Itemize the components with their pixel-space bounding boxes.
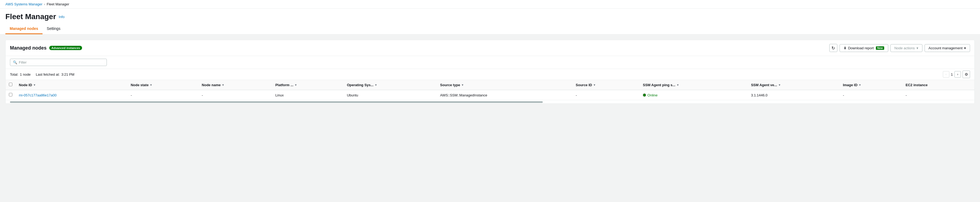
info-link[interactable]: Info [59,15,65,19]
cell-operating-sys: Ubuntu [344,90,437,100]
cell-node-id: mi-057c177aa86e17a00 [16,90,127,100]
table-row: mi-057c177aa86e17a00 - - Linux Ubuntu AW… [6,90,974,100]
col-header-node-id[interactable]: Node ID ▼ [16,80,127,90]
select-all-checkbox[interactable] [9,83,13,86]
cell-source-type: AWS::SSM::ManagedInstance [437,90,573,100]
horizontal-scrollbar[interactable] [6,101,974,103]
sort-icon-ssm-agent-ping: ▼ [676,83,679,87]
col-header-ec2-instance[interactable]: EC2 instance [902,80,974,90]
info-separator [32,72,34,77]
search-box[interactable]: 🔍 [10,59,107,66]
table-header-row: Node ID ▼ Node state ▼ Node name ▼ [6,80,974,90]
col-header-operating-sys[interactable]: Operating Sys... ▼ [344,80,437,90]
panel-title-area: Managed nodes Advanced instances [10,45,82,51]
main-content: Managed nodes Advanced instances ↻ ⬇ Dow… [0,34,980,109]
panel-header: Managed nodes Advanced instances ↻ ⬇ Dow… [6,40,974,56]
info-row: Total: 1 node Last fetched at: 3:21 PM ‹… [6,69,974,80]
search-row: 🔍 [6,56,974,69]
cell-ssm-agent-ve: 3.1.1446.0 [748,90,840,100]
search-input[interactable] [19,60,104,64]
download-report-button[interactable]: ⬇ Download report New [840,44,888,52]
sort-icon-source-id: ▼ [593,83,596,87]
sort-icon-node-id: ▼ [33,83,36,87]
select-all-header[interactable] [6,80,16,90]
account-management-caret-icon: ▾ [964,46,966,50]
cell-ssm-agent-ping: Online [640,90,748,100]
panel-title: Managed nodes [10,45,46,51]
cell-platform: Linux [272,90,344,100]
col-header-node-name[interactable]: Node name ▼ [199,80,272,90]
col-header-ssm-agent-ping[interactable]: SSM Agent ping s... ▼ [640,80,748,90]
node-id-link[interactable]: mi-057c177aa86e17a00 [19,93,57,97]
fetched-label: Last fetched at: [36,72,60,77]
node-actions-button[interactable]: Node actions ▾ [890,44,923,52]
sort-icon-platform: ▼ [294,83,297,87]
chevron-left-icon: ‹ [945,72,947,76]
row-select-cell[interactable] [6,90,16,100]
ssm-ping-status: Online [648,93,658,97]
col-header-ssm-agent-ve[interactable]: SSM Agent ve... ▼ [748,80,840,90]
cell-source-id: - [573,90,640,100]
page-header: Fleet Manager Info Managed nodes Setting… [0,9,980,34]
tab-settings[interactable]: Settings [43,24,65,34]
node-actions-caret-icon: ▾ [916,46,918,50]
table-settings-button[interactable]: ⚙ [963,71,970,78]
nodes-table: Node ID ▼ Node state ▼ Node name ▼ [6,80,974,100]
download-icon: ⬇ [843,46,846,50]
panel-actions: ↻ ⬇ Download report New Node actions ▾ A… [829,44,970,52]
cell-node-state: - [127,90,199,100]
sort-icon-operating-sys: ▼ [375,83,377,87]
page-number: 1 [951,72,953,77]
sort-icon-source-type: ▼ [461,83,464,87]
cell-ec2-instance: - [902,90,974,100]
refresh-icon: ↻ [832,45,835,51]
cell-image-id: - [840,90,902,100]
fetched-value: 3:21 PM [61,72,74,77]
breadcrumb-parent-link[interactable]: AWS Systems Manager [5,2,43,6]
total-label: Total: [10,72,18,77]
col-header-source-id[interactable]: Source ID ▼ [573,80,640,90]
sort-icon-ssm-agent-ve: ▼ [778,83,781,87]
prev-page-button[interactable]: ‹ [943,71,949,78]
sort-icon-image-id: ▼ [859,83,861,87]
next-page-button[interactable]: › [955,71,961,78]
col-header-image-id[interactable]: Image ID ▼ [840,80,902,90]
col-header-node-state[interactable]: Node state ▼ [127,80,199,90]
breadcrumb-current: Fleet Manager [47,2,69,6]
col-header-platform[interactable]: Platform ... ▼ [272,80,344,90]
account-management-button[interactable]: Account management ▾ [924,44,970,52]
sort-icon-node-state: ▼ [150,83,152,87]
tabs-row: Managed nodes Settings [5,24,975,34]
chevron-right-icon: › [957,72,958,76]
tab-managed-nodes[interactable]: Managed nodes [5,24,43,34]
online-indicator [643,93,646,97]
row-select-checkbox[interactable] [9,93,13,96]
col-header-source-type[interactable]: Source type ▼ [437,80,573,90]
sort-icon-node-name: ▼ [222,83,224,87]
refresh-button[interactable]: ↻ [829,44,837,52]
search-icon: 🔍 [13,60,17,64]
new-badge: New [876,46,884,50]
breadcrumb: AWS Systems Manager › Fleet Manager [0,0,980,9]
cell-node-name: - [199,90,272,100]
breadcrumb-separator: › [44,2,45,6]
advanced-instances-badge[interactable]: Advanced instances [49,46,82,50]
gear-icon: ⚙ [965,72,968,77]
managed-nodes-panel: Managed nodes Advanced instances ↻ ⬇ Dow… [5,40,975,104]
total-value: 1 node [20,72,31,77]
page-title: Fleet Manager [5,13,56,21]
pagination-area: ‹ 1 › ⚙ [943,71,970,78]
